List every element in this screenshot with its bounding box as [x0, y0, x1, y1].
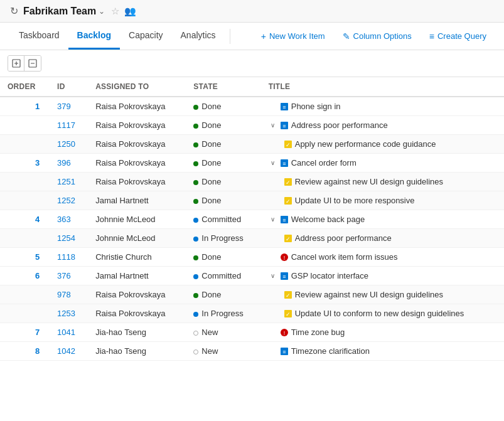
work-item-title-link[interactable]: Cancel order form — [291, 158, 357, 168]
work-item-type-icon-task: ✓ — [284, 196, 292, 205]
work-item-title-link[interactable]: Phone sign in — [291, 102, 341, 111]
collapse-all-button[interactable] — [24, 56, 41, 71]
title-cell-content: ✓Address poor performance — [269, 233, 496, 243]
work-item-title-link[interactable]: Address poor performance — [295, 233, 392, 243]
table-row: 978Raisa PokrovskayaDone✓Review against … — [0, 285, 504, 304]
work-item-type-icon-task: ✓ — [284, 234, 292, 243]
cell-order: 5 — [0, 248, 50, 267]
work-item-title-link[interactable]: GSP locator interface — [291, 271, 368, 280]
work-item-title-link[interactable]: Welcome back page — [291, 215, 365, 224]
cell-order — [0, 191, 50, 210]
expand-all-button[interactable] — [8, 56, 24, 71]
state-dot — [193, 237, 198, 242]
cell-assigned-to: Johnnie McLeod — [88, 210, 186, 229]
cell-title: ∨≡Address poor performance — [261, 116, 504, 135]
table-row: 1251Raisa PokrovskayaDone✓Review against… — [0, 173, 504, 191]
favorite-star-icon[interactable]: ☆ — [111, 6, 119, 17]
work-item-title-link[interactable]: Time zone bug — [291, 328, 345, 337]
table-row: 4363Johnnie McLeodCommitted∨≡Welcome bac… — [0, 210, 504, 229]
work-item-id-link[interactable]: 363 — [57, 215, 71, 224]
cell-id: 1250 — [50, 135, 88, 154]
table-row: 1253Raisa PokrovskayaIn Progress✓Update … — [0, 304, 504, 323]
title-cell-content: ≡Phone sign in — [269, 102, 496, 111]
work-item-id-link[interactable]: 1117 — [57, 120, 75, 130]
col-header-state: State — [186, 77, 260, 97]
work-item-id-link[interactable]: 1250 — [57, 139, 75, 149]
work-item-id-link[interactable]: 379 — [57, 102, 71, 111]
nav-backlog[interactable]: Backlog — [68, 23, 120, 50]
svg-text:✓: ✓ — [286, 179, 291, 186]
state-dot — [193, 105, 198, 110]
cell-title: ✓Review against new UI design guidelines — [261, 285, 504, 304]
work-item-type-icon-story: ≡ — [280, 159, 289, 168]
work-item-id-link[interactable]: 376 — [57, 271, 71, 280]
work-item-title-link[interactable]: Update UI to conform to new design guide… — [295, 309, 464, 318]
cell-assigned-to: Raisa Pokrovskaya — [88, 97, 186, 116]
nav-taskboard[interactable]: Taskboard — [10, 23, 68, 50]
expand-chevron-icon[interactable]: ∨ — [269, 159, 277, 168]
table-row: 51118Christie ChurchDone!Cancel work ite… — [0, 248, 504, 267]
state-dot — [193, 180, 198, 185]
work-item-type-icon-task: ✓ — [284, 178, 292, 186]
cell-assigned-to: Jamal Hartnett — [88, 191, 186, 210]
table-row: 1250Raisa PokrovskayaDone✓Apply new perf… — [0, 135, 504, 154]
state-dot-new — [193, 331, 198, 336]
nav-actions: + New Work Item ✎ Column Options ≡ Creat… — [254, 28, 494, 45]
title-cell-content: ✓Update UI to conform to new design guid… — [269, 309, 496, 318]
cell-id: 1254 — [50, 229, 88, 248]
work-item-id-link[interactable]: 396 — [57, 158, 71, 168]
work-item-title-link[interactable]: Review against new UI design guidelines — [295, 177, 443, 186]
work-item-title-link[interactable]: Review against new UI design guidelines — [295, 290, 443, 299]
nav-analytics[interactable]: Analytics — [172, 23, 225, 50]
title-cell-content: ∨≡Cancel order form — [269, 158, 496, 168]
svg-text:!: ! — [283, 330, 285, 336]
work-item-title-link[interactable]: Update UI to be more responsive — [295, 196, 415, 205]
work-item-id-link[interactable]: 1118 — [57, 252, 75, 262]
work-item-id-link[interactable]: 1253 — [57, 309, 75, 318]
work-item-id-link[interactable]: 1251 — [57, 177, 75, 186]
add-person-icon[interactable]: 👥 — [124, 6, 136, 17]
title-cell-content: ≡Timezone clarification — [269, 346, 496, 356]
work-item-type-icon-story: ≡ — [280, 215, 289, 224]
new-work-item-button[interactable]: + New Work Item — [254, 28, 333, 45]
state-dot — [193, 218, 198, 223]
cell-state: Done — [186, 97, 260, 116]
nav-capacity[interactable]: Capacity — [120, 23, 171, 50]
work-item-id-link[interactable]: 978 — [57, 290, 71, 299]
work-item-title-link[interactable]: Timezone clarification — [291, 346, 370, 356]
team-chevron-icon[interactable]: ⌄ — [99, 7, 105, 16]
state-dot-new — [193, 349, 198, 354]
toolbar — [0, 50, 504, 77]
cell-state: Done — [186, 135, 260, 154]
cell-state: Done — [186, 248, 260, 267]
work-item-id-link[interactable]: 1041 — [57, 328, 75, 337]
cell-assigned-to: Raisa Pokrovskaya — [88, 116, 186, 135]
work-item-id-link[interactable]: 1252 — [57, 196, 75, 205]
cell-title: !Time zone bug — [261, 323, 504, 342]
cell-title: ✓Update UI to conform to new design guid… — [261, 304, 504, 323]
expand-chevron-icon[interactable]: ∨ — [269, 121, 277, 130]
table-row: 81042Jia-hao TsengNew≡Timezone clarifica… — [0, 342, 504, 361]
title-cell-content: ✓Review against new UI design guidelines — [269, 290, 496, 299]
new-work-item-label: New Work Item — [269, 31, 325, 41]
create-query-button[interactable]: ≡ Create Query — [422, 28, 494, 45]
work-item-id-link[interactable]: 1254 — [57, 233, 75, 243]
svg-text:✓: ✓ — [286, 311, 291, 317]
work-item-title-link[interactable]: Cancel work item form issues — [291, 252, 398, 262]
expand-chevron-icon[interactable]: ∨ — [269, 215, 277, 224]
table-row: 6376Jamal HartnettCommitted∨≡GSP locator… — [0, 267, 504, 285]
expand-chevron-icon[interactable]: ∨ — [269, 272, 277, 280]
table-row: 3396Raisa PokrovskayaDone∨≡Cancel order … — [0, 154, 504, 173]
cell-id: 396 — [50, 154, 88, 173]
column-options-button[interactable]: ✎ Column Options — [335, 28, 419, 45]
create-query-label: Create Query — [437, 31, 486, 41]
cell-title: ≡Phone sign in — [261, 97, 504, 116]
work-item-title-link[interactable]: Address poor performance — [291, 120, 388, 130]
cell-assigned-to: Jia-hao Tseng — [88, 342, 186, 361]
work-item-title-link[interactable]: Apply new performance code guidance — [295, 139, 436, 149]
cell-state: Done — [186, 191, 260, 210]
cell-assigned-to: Raisa Pokrovskaya — [88, 154, 186, 173]
work-item-id-link[interactable]: 1042 — [57, 346, 75, 356]
svg-text:✓: ✓ — [286, 236, 291, 242]
team-name: Fabrikam Team — [23, 6, 96, 17]
